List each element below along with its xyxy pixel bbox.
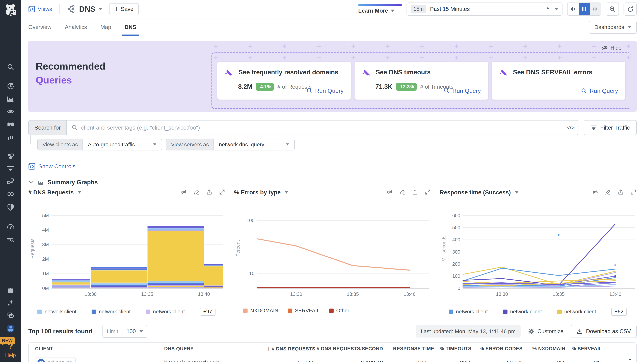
chart-plot[interactable]: Percent1010013:3013:3513:40 — [234, 199, 431, 307]
chart-title-dropdown[interactable]: # DNS Requests — [28, 189, 81, 196]
tab-dns[interactable]: DNS — [124, 18, 136, 36]
views-button[interactable]: Views — [28, 6, 52, 12]
chart-title-dropdown[interactable]: Response time (Success) — [440, 189, 518, 196]
column-header--servfail[interactable]: % SERVFAIL — [565, 346, 602, 352]
tab-overview[interactable]: Overview — [28, 18, 52, 36]
column-header--nxdomain[interactable]: % NXDOMAIN — [522, 346, 565, 352]
legend-item[interactable]: network.client.... — [38, 309, 82, 315]
legend-item[interactable]: SERVFAIL — [288, 308, 320, 314]
sidebar-item-user-avatar[interactable] — [0, 322, 21, 335]
legend-item[interactable]: network.client.... — [503, 309, 548, 315]
column-header--timeouts[interactable]: % TIMEOUTS — [434, 346, 472, 352]
legend-item[interactable]: network.client.... — [449, 309, 494, 315]
search-text-field[interactable] — [81, 124, 558, 131]
export-graph-icon[interactable] — [618, 189, 624, 196]
hide-graph-icon[interactable] — [592, 189, 598, 196]
export-graph-icon[interactable] — [412, 189, 418, 196]
legend-more-badge[interactable]: +97 — [200, 308, 216, 316]
hide-graph-icon[interactable] — [386, 189, 393, 196]
legend-item[interactable]: NXDOMAIN — [243, 308, 278, 314]
pause-button[interactable] — [578, 3, 590, 15]
sidebar-item-binoculars[interactable] — [0, 118, 21, 131]
sidebar-item-workspaces[interactable] — [0, 309, 21, 322]
zoom-out-button[interactable] — [606, 2, 619, 15]
sidebar-item-logs[interactable] — [0, 162, 21, 175]
dashboards-dropdown[interactable]: Dashboards — [589, 21, 636, 34]
export-graph-icon[interactable] — [206, 189, 212, 196]
show-controls-button[interactable]: Show Controls — [28, 163, 76, 170]
hide-button[interactable]: Hide — [602, 44, 622, 51]
run-query-button[interactable]: Run Query — [581, 87, 618, 94]
limit-select[interactable]: 100 — [122, 325, 147, 337]
run-query-button[interactable]: Run Query — [306, 87, 344, 94]
table-row[interactable]: ad-serverbitssocialnetwork.com5.52M6,128… — [29, 355, 636, 362]
legend-item[interactable]: Other — [329, 308, 349, 314]
chart-plot[interactable]: Requests0M1M2M3M4M5M13:3013:3513:40 — [28, 199, 225, 307]
sidebar-item-infrastructure[interactable] — [0, 150, 21, 163]
page-title-dropdown[interactable]: DNS — [67, 4, 102, 13]
sidebar-item-apm[interactable] — [0, 175, 21, 188]
time-range-label: Past 15 Minutes — [430, 6, 470, 12]
sidebar-item-security[interactable] — [0, 201, 21, 214]
legend-item[interactable]: network.client.... — [557, 309, 602, 315]
legend-item[interactable]: network.client.... — [146, 309, 190, 315]
hide-graph-icon[interactable] — [180, 189, 187, 196]
time-range-selector[interactable]: 15m Past 15 Minutes — [406, 2, 562, 15]
chart-area[interactable]: Requests0M1M2M3M4M5M13:3013:3513:40 — [28, 199, 225, 307]
expand-graph-icon[interactable] — [425, 189, 431, 196]
sidebar-item-metrics[interactable] — [0, 92, 21, 105]
edit-graph-icon[interactable] — [399, 189, 406, 196]
refresh-button[interactable] — [624, 2, 636, 15]
column-header--dns-requests-second[interactable]: # DNS REQUESTS/SECOND — [314, 346, 383, 352]
sidebar-divider — [4, 213, 17, 213]
column-header-response-time[interactable]: RESPONSE TIME — [383, 346, 434, 352]
sidebar-item-log-explorer[interactable] — [0, 233, 21, 246]
edit-graph-icon[interactable] — [605, 189, 611, 196]
view-servers-as-select[interactable]: network.dns_query — [214, 139, 294, 150]
expand-graph-icon[interactable] — [630, 189, 636, 196]
sidebar-item-ai-sparkle[interactable] — [0, 297, 21, 309]
search-icon — [72, 124, 78, 131]
download-csv-button[interactable]: Download as CSV — [571, 325, 636, 338]
search-input[interactable] — [67, 120, 563, 135]
sidebar-item-watchdog[interactable] — [0, 105, 21, 118]
column-header--dns-requests[interactable]: ↓# DNS REQUESTS — [267, 346, 314, 352]
expand-graph-icon[interactable] — [219, 189, 225, 196]
sidebar-item-dashboards[interactable] — [0, 131, 21, 144]
save-button[interactable]: + Save — [109, 3, 139, 15]
history-icon — [6, 82, 15, 90]
edit-graph-icon[interactable] — [193, 189, 200, 196]
learn-more-dropdown[interactable]: Learn More — [358, 4, 402, 14]
view-clients-as-select[interactable]: Auto-grouped traffic — [83, 139, 162, 150]
summary-graphs-title: Summary Graphs — [48, 179, 98, 186]
row-menu-button[interactable] — [629, 358, 631, 362]
chart-area[interactable]: Percent1010013:3013:3513:40 — [234, 199, 431, 307]
limit-control: Limit 100 — [102, 325, 148, 338]
sidebar-item-history[interactable] — [0, 80, 21, 92]
sidebar-item-integrations[interactable] — [0, 283, 21, 296]
forward-button[interactable] — [590, 3, 601, 15]
datadog-logo-icon[interactable] — [3, 2, 18, 18]
column-header-dns-query[interactable]: DNS QUERY — [164, 346, 267, 352]
column-header-client[interactable]: CLIENT — [35, 346, 164, 352]
filter-traffic-button[interactable]: Filter Traffic — [584, 120, 636, 135]
summary-graphs-header[interactable]: Summary Graphs — [28, 179, 98, 186]
sidebar-item-pipelines[interactable] — [0, 188, 21, 200]
view-clients-as-control: View clients as Auto-grouped traffic — [38, 139, 162, 150]
run-query-button[interactable]: Run Query — [444, 87, 481, 94]
sidebar-item-monitors[interactable] — [0, 220, 21, 233]
legend-item[interactable]: network.client.... — [92, 309, 136, 315]
sidebar-item-search[interactable] — [0, 61, 21, 73]
client-chip[interactable]: ad-server — [35, 357, 76, 362]
customize-button[interactable]: Customize — [528, 328, 564, 335]
chart-area[interactable]: Milliseconds010020030040050060013:3013:3… — [440, 199, 636, 307]
sidebar-divider — [0, 336, 21, 336]
legend-more-badge[interactable]: +62 — [611, 308, 627, 316]
column-header--error-codes[interactable]: % ERROR CODES — [472, 346, 522, 352]
chart-title-dropdown[interactable]: % Errors by type — [234, 189, 288, 196]
rewind-button[interactable] — [568, 3, 578, 15]
chart-plot[interactable]: Milliseconds010020030040050060013:3013:3… — [440, 199, 636, 307]
code-view-button[interactable]: </> — [563, 120, 578, 135]
tab-map[interactable]: Map — [100, 18, 111, 36]
tab-analytics[interactable]: Analytics — [65, 18, 87, 36]
